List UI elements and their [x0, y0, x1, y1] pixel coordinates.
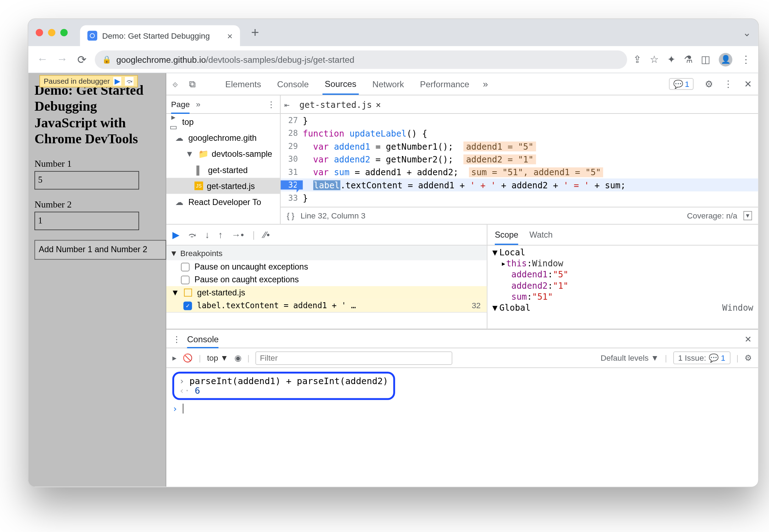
code-line[interactable]: 33}	[281, 192, 758, 204]
bp-line-row[interactable]: ✓ label.textContent = addend1 + ' … 32	[166, 299, 487, 312]
resume-button[interactable]: ▶	[172, 229, 180, 240]
address-bar[interactable]: 🔒 googlechrome.github.io/devtools-sample…	[95, 50, 627, 68]
coverage-menu-icon[interactable]: ▾	[743, 211, 752, 220]
nav-item[interactable]: ▸ ▭top	[166, 114, 280, 130]
inspect-icon[interactable]: ⟐	[172, 79, 178, 89]
nav-item[interactable]: ▼📁devtools-sample	[166, 146, 280, 162]
issues-button[interactable]: 1 Issue: 💬1	[673, 351, 730, 364]
step-over-mini-button[interactable]: ⤼	[125, 77, 134, 85]
number1-input[interactable]	[34, 171, 139, 189]
scope-pane: Scope Watch ▼Local ▸ this: Window addend…	[487, 225, 758, 328]
step-out-button[interactable]: ↑	[218, 229, 223, 240]
toggle-nav-icon[interactable]: ⇤	[284, 99, 290, 109]
console-result-value: 6	[195, 386, 200, 396]
scope-global-header[interactable]: ▼GlobalWindow	[490, 302, 756, 313]
menu-icon[interactable]: ⋮	[741, 54, 751, 65]
reload-button[interactable]: ⟳	[75, 52, 89, 66]
editor-tab-close-icon[interactable]: ×	[376, 99, 381, 109]
file-outline-icon	[184, 289, 192, 297]
console-filter-input[interactable]	[256, 351, 453, 365]
window-maximize-button[interactable]	[60, 29, 68, 37]
checkbox-unchecked-icon[interactable]	[181, 262, 189, 271]
checkbox-checked-icon[interactable]: ✓	[183, 301, 192, 310]
navigator-menu-icon[interactable]: ⋮	[267, 100, 275, 109]
caret-icon	[183, 404, 183, 414]
tab-performance[interactable]: Performance	[417, 74, 472, 94]
tab-elements[interactable]: Elements	[223, 74, 264, 94]
console-settings-icon[interactable]: ⚙	[745, 353, 752, 362]
live-expr-icon[interactable]: ◉	[234, 353, 241, 362]
nav-item[interactable]: ☁React Developer To	[166, 194, 280, 210]
labs-icon[interactable]: ⚗	[684, 54, 692, 65]
code-line[interactable]: 31 var sum = addend1 + addend2; sum = "5…	[281, 166, 758, 178]
deactivate-bp-button[interactable]: ⁄⁄•	[264, 229, 270, 240]
profile-avatar[interactable]: 👤	[719, 52, 732, 66]
nav-item[interactable]: ☁googlechrome.gith	[166, 130, 280, 146]
tab-sources[interactable]: Sources	[322, 73, 359, 94]
window-close-button[interactable]	[36, 29, 43, 37]
forward-button[interactable]: →	[55, 53, 69, 66]
devtools-tabbar: ⟐ ⧉ Elements Console Sources Network Per…	[166, 73, 758, 95]
add-button[interactable]: Add Number 1 and Number 2	[34, 240, 166, 260]
pause-uncaught-row[interactable]: Pause on uncaught exceptions	[166, 260, 487, 273]
more-tabs-icon[interactable]: »	[483, 79, 488, 89]
close-devtools-icon[interactable]: ✕	[744, 78, 752, 89]
code-line[interactable]: 34function getNumber1() {	[281, 204, 758, 207]
code-line[interactable]: 27}	[281, 114, 758, 127]
scope-var-row[interactable]: ▸ this: Window	[490, 258, 756, 269]
pretty-print-icon[interactable]: { }	[287, 211, 294, 220]
breakpoints-header[interactable]: ▼ Breakpoints	[166, 245, 487, 260]
nav-item[interactable]: JSget-started.js	[166, 178, 280, 194]
new-tab-button[interactable]: +	[246, 24, 264, 40]
scope-var-row[interactable]: addend1: "5"	[490, 269, 756, 280]
nav-item[interactable]: ▌get-started	[166, 162, 280, 178]
scope-var-row[interactable]: sum: "51"	[490, 291, 756, 302]
number2-input[interactable]	[34, 211, 139, 230]
navigator-more-icon[interactable]: »	[196, 100, 200, 109]
log-levels-selector[interactable]: Default levels ▼	[601, 353, 659, 362]
step-into-button[interactable]: ↓	[205, 229, 210, 240]
kebab-icon[interactable]: ⋮	[724, 78, 733, 89]
window-minimize-button[interactable]	[48, 29, 55, 37]
code-line[interactable]: 30 var addend2 = getNumber2(); addend2 =…	[281, 153, 758, 165]
clear-console-icon[interactable]: 🚫	[183, 353, 193, 362]
code-line[interactable]: 29 var addend1 = getNumber1(); addend1 =…	[281, 140, 758, 153]
step-button[interactable]: →•	[231, 229, 244, 240]
browser-tab[interactable]: Demo: Get Started Debugging ×	[80, 25, 240, 46]
step-over-button[interactable]: ⤼	[188, 229, 197, 240]
console-input-line[interactable]: ›	[172, 404, 752, 414]
share-icon[interactable]: ⇪	[633, 54, 641, 65]
editor-tab-file[interactable]: get-started.js ×	[294, 97, 386, 112]
navigator-tab-page[interactable]: Page	[171, 100, 190, 114]
code-line[interactable]: 32 label.textContent = addend1 + ' + ' +…	[281, 178, 758, 191]
code-line[interactable]: 28function updateLabel() {	[281, 127, 758, 139]
page-heading: Demo: Get Started Debugging JavaScript w…	[34, 82, 159, 147]
back-button[interactable]: ←	[36, 53, 49, 66]
console-input-expr: parseInt(addend1) + parseInt(addend2)	[189, 376, 388, 386]
extensions-icon[interactable]: ✦	[667, 54, 675, 65]
device-icon[interactable]: ⧉	[189, 78, 196, 89]
bookmark-icon[interactable]: ☆	[650, 54, 658, 65]
scope-tab[interactable]: Scope	[495, 230, 518, 245]
bp-file-row[interactable]: ▼ get-started.js	[166, 286, 487, 299]
checkbox-unchecked-icon[interactable]	[181, 275, 189, 284]
tab-favicon	[87, 31, 97, 41]
issues-pill[interactable]: 💬1	[669, 78, 694, 90]
window-controls	[36, 29, 68, 37]
settings-icon[interactable]: ⚙	[705, 78, 713, 89]
sidebar-toggle-icon[interactable]: ▸	[172, 353, 177, 362]
drawer-close-icon[interactable]: ✕	[745, 334, 752, 344]
tab-close-button[interactable]: ×	[227, 31, 233, 41]
context-selector[interactable]: top ▼	[207, 353, 228, 362]
sidepanel-icon[interactable]: ◫	[701, 54, 710, 65]
watch-tab[interactable]: Watch	[530, 230, 553, 239]
scope-local-header[interactable]: ▼Local	[490, 247, 756, 258]
pause-caught-row[interactable]: Pause on caught exceptions	[166, 273, 487, 286]
tabs-menu-button[interactable]: ⌄	[743, 27, 751, 38]
scope-var-row[interactable]: addend2: "1"	[490, 280, 756, 291]
drawer-menu-icon[interactable]: ⋮	[172, 334, 181, 344]
resume-mini-button[interactable]: ▶	[114, 77, 122, 85]
tab-console[interactable]: Console	[275, 74, 311, 94]
drawer-console-tab[interactable]: Console	[187, 334, 218, 348]
tab-network[interactable]: Network	[370, 74, 406, 94]
